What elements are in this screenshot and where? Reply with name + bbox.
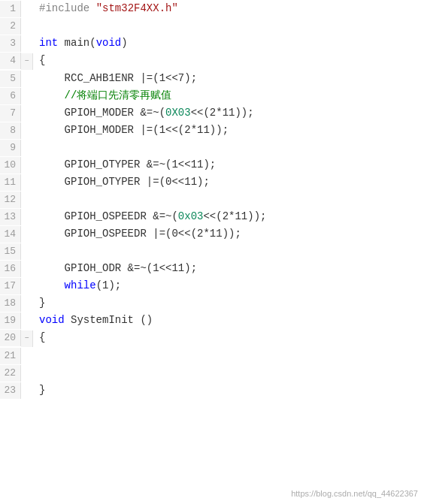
token: "stm32F4XX.h" xyxy=(96,2,178,14)
token: (1); xyxy=(96,279,122,291)
line-content: int main(void) xyxy=(33,35,128,51)
token: 0x03 xyxy=(178,210,204,222)
line-number: 15 xyxy=(0,243,21,260)
table-row: 11 GPIOH_OTYPER |=(0<<11); xyxy=(0,174,424,191)
token: GPIOH_OTYPER |=(0<<11); xyxy=(39,176,210,188)
token: } xyxy=(39,384,45,396)
line-content: GPIOH_OTYPER |=(0<<11); xyxy=(33,174,210,190)
token: { xyxy=(39,331,45,343)
token: 0X03 xyxy=(165,107,191,119)
token: <<(2*11)); xyxy=(203,210,266,222)
table-row: 2 xyxy=(0,17,424,35)
line-content xyxy=(33,17,45,34)
line-content xyxy=(33,364,45,381)
line-content: void SystemInit () xyxy=(33,312,153,328)
line-content: GPIOH_OTYPER &=~(1<<11); xyxy=(33,156,216,173)
table-row: 18} xyxy=(0,294,424,312)
line-number: 6 xyxy=(0,88,21,104)
line-number: 23 xyxy=(0,382,21,399)
code-editor: 1#include "stm32F4XX.h"2 3int main(void)… xyxy=(0,0,424,504)
line-content: GPIOH_MODER &=~(0X03<<(2*11)); xyxy=(33,104,254,121)
table-row: 13 GPIOH_OSPEEDR &=~(0x03<<(2*11)); xyxy=(0,208,424,225)
table-row: 4−{ xyxy=(0,52,424,70)
token: } xyxy=(39,297,45,309)
line-number: 14 xyxy=(0,226,21,243)
line-number: 12 xyxy=(0,192,21,208)
table-row: 16 GPIOH_ODR &=~(1<<11); xyxy=(0,260,424,277)
table-row: 21 xyxy=(0,347,424,364)
line-number: 18 xyxy=(0,295,21,312)
table-row: 7 GPIOH_MODER &=~(0X03<<(2*11)); xyxy=(0,104,424,122)
line-number: 7 xyxy=(0,105,21,122)
table-row: 15 xyxy=(0,243,424,260)
line-number: 19 xyxy=(0,312,21,329)
table-row: 8 GPIOH_MODER |=(1<<(2*11)); xyxy=(0,122,424,139)
token: #include xyxy=(39,2,96,14)
token: while xyxy=(65,279,96,291)
table-row: 1#include "stm32F4XX.h" xyxy=(0,0,424,17)
line-number: 8 xyxy=(0,122,21,139)
line-number: 21 xyxy=(0,348,21,364)
line-content: while(1); xyxy=(33,277,121,294)
table-row: 17 while(1); xyxy=(0,277,424,294)
line-number: 5 xyxy=(0,71,21,87)
token: { xyxy=(39,54,45,66)
token: main( xyxy=(58,37,95,49)
table-row: 12 xyxy=(0,191,424,208)
line-content: GPIOH_MODER |=(1<<(2*11)); xyxy=(33,122,229,138)
line-content: } xyxy=(33,294,45,311)
token: GPIOH_ODR &=~(1<<11); xyxy=(39,262,197,274)
line-content: GPIOH_ODR &=~(1<<11); xyxy=(33,260,197,276)
table-row: 14 GPIOH_OSPEEDR |=(0<<(2*11)); xyxy=(0,225,424,243)
watermark: https://blog.csdn.net/qq_44622367 xyxy=(291,489,418,498)
token: void xyxy=(39,314,65,326)
line-content xyxy=(33,191,45,207)
token: GPIOH_MODER |=(1<<(2*11)); xyxy=(39,124,229,136)
token: void xyxy=(96,37,122,49)
line-content: GPIOH_OSPEEDR |=(0<<(2*11)); xyxy=(33,225,241,242)
line-number: 16 xyxy=(0,261,21,277)
line-number: 2 xyxy=(0,18,21,35)
token: //将端口先清零再赋值 xyxy=(39,89,171,101)
line-number: 20 xyxy=(0,330,21,346)
line-content: GPIOH_OSPEEDR &=~(0x03<<(2*11)); xyxy=(33,208,266,225)
line-content xyxy=(33,243,45,259)
table-row: 22 xyxy=(0,364,424,382)
table-row: 3int main(void) xyxy=(0,35,424,52)
token: RCC_AHB1ENR |=(1<<7); xyxy=(39,72,197,84)
line-number: 9 xyxy=(0,140,21,156)
line-content xyxy=(33,347,45,364)
line-content: RCC_AHB1ENR |=(1<<7); xyxy=(33,70,197,86)
line-number: 17 xyxy=(0,278,21,294)
line-number: 10 xyxy=(0,157,21,174)
gutter-icon: − xyxy=(21,53,33,70)
line-number: 3 xyxy=(0,35,21,52)
line-content: { xyxy=(33,329,45,346)
line-content: //将端口先清零再赋值 xyxy=(33,87,171,104)
line-content: #include "stm32F4XX.h" xyxy=(33,0,178,17)
gutter-icon: − xyxy=(21,330,33,347)
table-row: 6 //将端口先清零再赋值 xyxy=(0,87,424,104)
line-number: 13 xyxy=(0,209,21,225)
token xyxy=(39,279,65,291)
token: GPIOH_OSPEEDR |=(0<<(2*11)); xyxy=(39,228,241,240)
token: GPIOH_MODER &=~( xyxy=(39,107,165,119)
token: <<(2*11)); xyxy=(191,107,254,119)
table-row: 9 xyxy=(0,139,424,156)
table-row: 20−{ xyxy=(0,329,424,347)
table-row: 5 RCC_AHB1ENR |=(1<<7); xyxy=(0,70,424,87)
token: SystemInit () xyxy=(65,314,153,326)
token: GPIOH_OSPEEDR &=~( xyxy=(39,210,178,222)
line-number: 11 xyxy=(0,174,21,191)
line-content: { xyxy=(33,52,45,68)
line-number: 22 xyxy=(0,365,21,382)
table-row: 19void SystemInit () xyxy=(0,312,424,329)
line-number: 1 xyxy=(0,1,21,17)
table-row: 23} xyxy=(0,382,424,399)
line-content xyxy=(33,139,45,155)
line-content: } xyxy=(33,382,45,398)
line-number: 4 xyxy=(0,53,21,69)
token: ) xyxy=(121,37,127,49)
token: GPIOH_OTYPER &=~(1<<11); xyxy=(39,158,216,171)
table-row: 10 GPIOH_OTYPER &=~(1<<11); xyxy=(0,156,424,174)
